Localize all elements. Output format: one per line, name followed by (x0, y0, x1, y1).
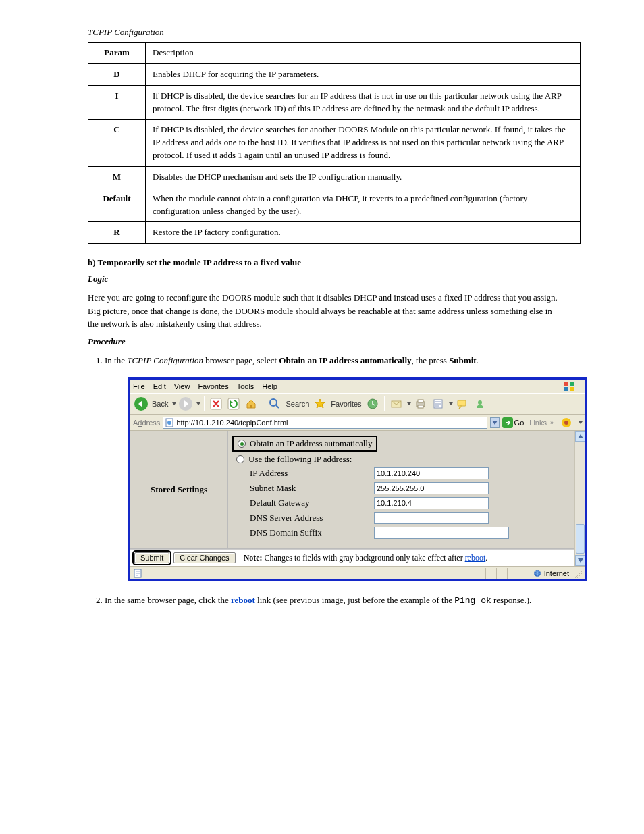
favorites-label: Favorites (331, 400, 361, 408)
stored-settings-label-cell: Stored Settings (130, 431, 228, 549)
submit-bar: Submit Clear Changes Note: Changes to fi… (130, 549, 574, 566)
back-label: Back (152, 400, 168, 408)
radio-obtain-auto-highlight: Obtain an IP address automatically (232, 436, 377, 452)
print-icon[interactable] (413, 396, 428, 411)
submit-button[interactable]: Submit (134, 552, 169, 563)
reboot-link[interactable]: reboot (465, 553, 486, 563)
table-row: If DHCP is disabled, the device searches… (146, 120, 581, 167)
th-desc: Description (146, 43, 581, 64)
search-icon[interactable] (267, 396, 282, 411)
table-row: Restore the IP factory configuration. (146, 222, 581, 244)
status-bar: Internet (130, 566, 585, 579)
logic-title: Logic (88, 273, 603, 284)
table-row: I (88, 85, 146, 120)
clear-changes-button[interactable]: Clear Changes (173, 552, 235, 563)
go-arrow-icon (502, 417, 513, 428)
table-row: Default (88, 188, 146, 222)
menu-edit[interactable]: Edit (153, 382, 166, 390)
procedure-title: Procedure (88, 336, 603, 347)
svg-rect-1 (570, 382, 574, 386)
svg-rect-14 (418, 400, 423, 402)
toolbar: Back Search Favorites (130, 393, 585, 415)
mail-caret-icon[interactable] (407, 402, 411, 405)
search-label: Search (286, 400, 309, 408)
zone-indicator: Internet (529, 568, 569, 579)
ip-address-field[interactable] (374, 467, 489, 479)
svg-rect-2 (564, 387, 568, 391)
dns-suffix-field[interactable] (374, 527, 509, 539)
table-row: Disables the DHCP mechanism and sets the… (146, 166, 581, 188)
menu-file[interactable]: FFileile (133, 382, 145, 390)
forward-button[interactable] (178, 396, 193, 411)
separator (384, 396, 385, 411)
ip-address-label: IP Address (232, 468, 374, 479)
th-param: Param (88, 43, 146, 64)
svg-rect-15 (418, 405, 423, 408)
params-table: Param Description DEnables DHCP for acqu… (88, 42, 581, 244)
messenger-icon[interactable] (473, 396, 487, 411)
stop-button[interactable] (209, 396, 223, 411)
home-button[interactable] (244, 396, 259, 411)
norton-caret-icon[interactable] (579, 421, 583, 424)
vertical-scrollbar[interactable] (574, 431, 585, 566)
table-row: When the module cannot obtain a configur… (146, 188, 581, 222)
go-button[interactable]: Go (502, 417, 525, 429)
svg-point-9 (270, 399, 277, 406)
step-1: In the TCPIP Configuration browser page,… (105, 354, 563, 367)
radio-obtain-auto[interactable] (238, 440, 246, 448)
address-url: http://10.1.210.240/tcpipConf.html (176, 419, 485, 427)
discuss-icon[interactable] (455, 396, 470, 411)
links-label[interactable]: Links (529, 419, 547, 427)
svg-point-18 (478, 400, 482, 405)
favorites-icon[interactable] (313, 396, 327, 411)
norton-icon[interactable] (559, 415, 574, 430)
separator (204, 396, 205, 411)
table-row: If DHCP is disabled, the device searches… (146, 85, 581, 120)
address-field[interactable]: http://10.1.210.240/tcpipConf.html (163, 417, 487, 429)
back-button[interactable] (134, 396, 149, 411)
scroll-up-icon[interactable] (575, 431, 585, 442)
menu-tools[interactable]: Tools (237, 382, 254, 390)
radio-obtain-auto-label: Obtain an IP address automatically (250, 438, 372, 449)
history-icon[interactable] (365, 396, 380, 411)
address-dropdown[interactable] (490, 417, 500, 428)
subnet-mask-label: Subnet Mask (232, 483, 374, 494)
scroll-track[interactable] (575, 442, 585, 555)
resize-grip-icon[interactable] (573, 569, 583, 578)
edit-icon[interactable] (431, 396, 446, 411)
scroll-down-icon[interactable] (575, 555, 585, 566)
edit-caret-icon[interactable] (449, 402, 453, 405)
default-gateway-field[interactable] (374, 497, 489, 509)
svg-rect-17 (458, 400, 466, 406)
dns-server-field[interactable] (374, 512, 489, 524)
subnet-mask-field[interactable] (374, 482, 489, 494)
svg-line-10 (276, 405, 279, 408)
status-seg (496, 568, 507, 579)
internet-zone-icon (533, 569, 541, 577)
forward-caret-icon[interactable] (196, 402, 200, 405)
stored-settings-label: Stored Settings (151, 484, 207, 495)
refresh-button[interactable] (226, 396, 241, 411)
table-row: M (88, 166, 146, 188)
scroll-thumb[interactable] (576, 524, 585, 554)
address-bar: Address http://10.1.210.240/tcpipConf.ht… (130, 415, 585, 431)
status-seg (507, 568, 518, 579)
default-gateway-label: Default Gateway (232, 498, 374, 509)
menu-view[interactable]: View (174, 382, 190, 390)
svg-rect-3 (570, 387, 574, 391)
mail-icon[interactable] (389, 396, 404, 411)
windows-logo-icon (564, 381, 574, 392)
svg-rect-8 (250, 405, 252, 408)
svg-point-20 (167, 421, 171, 425)
back-caret-icon[interactable] (172, 402, 176, 405)
radio-use-following[interactable] (236, 455, 244, 463)
radio-use-following-label: Use the following IP address: (248, 454, 352, 465)
dns-server-label: DNS Server Address (232, 513, 374, 523)
section-subtitle: TCPIP Configuration (88, 27, 603, 38)
menu-favorites[interactable]: Favorites (198, 382, 228, 390)
status-seg (518, 568, 529, 579)
menu-help[interactable]: Help (262, 382, 277, 390)
step-2: In the same browser page, click the rebo… (105, 594, 563, 608)
page-status-icon (133, 569, 142, 578)
links-chevron-icon[interactable]: » (550, 419, 554, 426)
